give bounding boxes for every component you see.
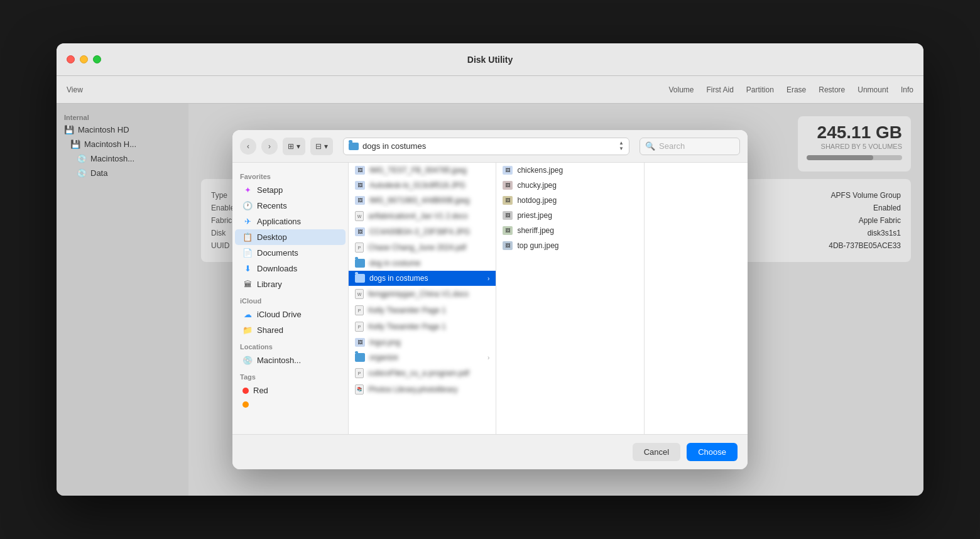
folder-breadcrumb[interactable]: dogs in costumes ▲ ▼	[343, 138, 629, 155]
first-aid-button[interactable]: First Aid	[707, 85, 734, 94]
file-item[interactable]: W femgpriniygan_China V1.docx	[349, 286, 496, 302]
disk-size-label: SHARED BY 5 VOLUMES	[807, 143, 902, 150]
minimize-button[interactable]	[80, 55, 88, 63]
chevron-right-icon: ›	[487, 275, 489, 282]
file-item[interactable]: organize ›	[349, 350, 496, 365]
shared-label: Shared	[257, 325, 283, 335]
search-box[interactable]: 🔍 Search	[640, 138, 740, 155]
desktop-icon: 📋	[242, 232, 253, 242]
pdf-icon: P	[355, 368, 364, 378]
forward-button[interactable]: ›	[261, 138, 278, 155]
file-item[interactable]: P Chase Chang_June 2024.pdf	[349, 239, 496, 256]
sidebar-item-setapp[interactable]: ✦ Setapp	[235, 182, 346, 198]
cancel-button[interactable]: Cancel	[633, 443, 680, 461]
img-icon: 🖼	[503, 196, 513, 205]
sidebar-item-data[interactable]: 💿 Data	[57, 166, 188, 180]
filename: IMG_6671983_4A8B00B.jpeg	[369, 196, 469, 205]
file-item[interactable]: 🖼 CC4A00B3A-3_23F38F4.JPG	[349, 224, 496, 239]
sidebar-item-shared[interactable]: 📁 Shared	[235, 322, 346, 338]
sidebar-item-icloud-drive[interactable]: ☁ iCloud Drive	[235, 307, 346, 322]
library-icon: 🏛	[242, 280, 253, 289]
file-item-sheriff[interactable]: 🖼 sheriff.jpeg	[496, 223, 643, 238]
sidebar-item-documents[interactable]: 📄 Documents	[235, 245, 346, 261]
sidebar-item-macintosh-hd[interactable]: 💾 Macintosh HD	[57, 122, 188, 137]
file-item[interactable]: dog in costume	[349, 256, 496, 271]
disk-icon-2: 💾	[70, 139, 80, 149]
doc-icon: W	[355, 289, 364, 299]
img-icon: 🖼	[355, 338, 365, 347]
data-icon: 💿	[77, 168, 87, 178]
close-button[interactable]	[67, 55, 75, 63]
sidebar-item-recents[interactable]: 🕐 Recents	[235, 198, 346, 214]
sidebar-item-desktop[interactable]: 📋 Desktop	[235, 229, 346, 245]
doc-icon: W	[355, 211, 364, 221]
stepper-down-icon[interactable]: ▼	[619, 146, 624, 151]
partition-button[interactable]: Partition	[746, 85, 774, 94]
stepper-control[interactable]: ▲ ▼	[619, 141, 624, 151]
file-item[interactable]: 🖼 Autodesk-lo_013c8f518.JPG	[349, 178, 496, 193]
restore-button[interactable]: Restore	[819, 85, 845, 94]
folder-icon	[355, 259, 365, 268]
uuid-value: 4DB-737BE05ACE33	[829, 241, 901, 250]
unmount-button[interactable]: Unmount	[858, 85, 888, 94]
sidebar-item-tag-red[interactable]: Red	[235, 383, 346, 398]
file-item-priest[interactable]: 🖼 priest.jpeg	[496, 208, 643, 223]
enabled-value: Enabled	[873, 204, 901, 212]
file-picker-dialog[interactable]: ‹ › ⊞ ▾ ⊟ ▾ dogs in costumes ▲	[232, 130, 748, 469]
file-item-chickens[interactable]: 🖼 chickens.jpeg	[496, 163, 643, 178]
file-item[interactable]: 🖼 IMG_TEST_FB_004785.jpeg	[349, 163, 496, 178]
img-icon: 🖼	[355, 196, 365, 205]
img-icon: 🖼	[503, 226, 513, 235]
search-placeholder: Search	[659, 141, 685, 151]
file-item-hotdog[interactable]: 🖼 hotdog.jpeg	[496, 193, 643, 208]
view-button[interactable]: View	[67, 85, 83, 94]
file-item[interactable]: W artfabrication4_Jan V1 2.docx	[349, 208, 496, 224]
choose-button[interactable]: Choose	[687, 443, 738, 461]
filename: CC4A00B3A-3_23F38F4.JPG	[369, 227, 470, 236]
icloud-drive-label: iCloud Drive	[257, 310, 302, 319]
grid-view-button[interactable]: ⊟ ▾	[310, 138, 333, 155]
macintosh-disk-icon: 💿	[242, 356, 253, 365]
back-button[interactable]: ‹	[240, 138, 256, 155]
right-file-pane: 🖼 chickens.jpeg 🖼 chucky.jpeg 🖼 hotdog.j…	[496, 163, 644, 434]
file-item-top-gun[interactable]: 🖼 top gun.jpeg	[496, 238, 643, 253]
grid-icon: ⊟	[315, 142, 322, 151]
downloads-icon: ⬇	[242, 264, 253, 273]
img-icon: 🖼	[503, 211, 513, 220]
column-view-button[interactable]: ⊞ ▾	[283, 138, 305, 155]
file-item[interactable]: 🖼 IMG_6671983_4A8B00B.jpeg	[349, 193, 496, 208]
documents-label: Documents	[257, 248, 298, 258]
sidebar-item-library[interactable]: 🏛 Library	[235, 276, 346, 292]
sidebar-item-macintosh-h[interactable]: 💾 Macintosh H...	[57, 137, 188, 151]
sidebar-item-macintosh-disk[interactable]: 💿 Macintosh...	[235, 352, 346, 368]
file-item[interactable]: P cubicoFiles_cu_a program.pdf	[349, 365, 496, 381]
stepper-up-icon[interactable]: ▲	[619, 141, 624, 146]
tags-section-label: Tags	[232, 368, 348, 383]
sidebar-item-tag-orange[interactable]	[235, 398, 346, 411]
erase-button[interactable]: Erase	[787, 85, 806, 94]
current-folder-name: dogs in costumes	[362, 141, 426, 151]
type-key: Type	[211, 191, 227, 200]
sidebar-item-downloads[interactable]: ⬇ Downloads	[235, 261, 346, 276]
fabric-value: Apple Fabric	[859, 216, 901, 225]
file-item[interactable]: P Kelly Tkeamiter Page 1	[349, 318, 496, 335]
file-item-chucky[interactable]: 🖼 chucky.jpeg	[496, 178, 643, 193]
sidebar-item-applications[interactable]: ✈ Applications	[235, 214, 346, 229]
dialog-body: Favorites ✦ Setapp 🕐 Recents ✈ Applicati…	[232, 163, 748, 434]
volume-button[interactable]: Volume	[668, 85, 694, 94]
info-button[interactable]: Info	[901, 85, 913, 94]
maximize-button[interactable]	[93, 55, 101, 63]
sidebar-item-macintosh-vol[interactable]: 💿 Macintosh...	[57, 151, 188, 166]
file-item[interactable]: 📚 Photos Library.photolibrary	[349, 381, 496, 398]
internal-section-label: Internal	[57, 110, 188, 122]
fabric-key: Fabric	[211, 216, 232, 225]
window-title: Disk Utility	[467, 55, 513, 65]
selected-folder-item[interactable]: dogs in costumes ›	[349, 271, 496, 286]
file-item[interactable]: P Kelly Tkeamiter Page 1	[349, 302, 496, 318]
pdf-icon: P	[355, 242, 364, 253]
selected-folder-icon	[355, 274, 365, 283]
file-panes: 🖼 IMG_TEST_FB_004785.jpeg 🖼 Autodesk-lo_…	[349, 163, 748, 434]
disk-id-key: Disk	[211, 229, 226, 237]
filename-top-gun: top gun.jpeg	[517, 241, 558, 250]
file-item[interactable]: 🖼 Ingui.png	[349, 335, 496, 350]
